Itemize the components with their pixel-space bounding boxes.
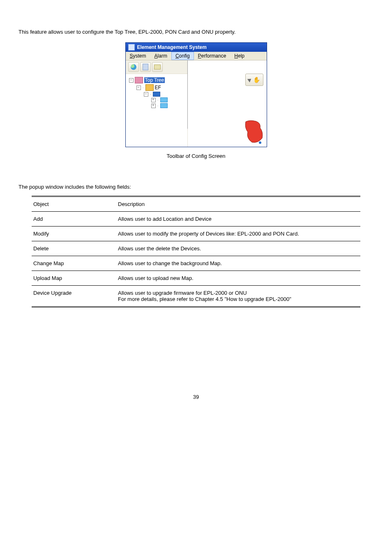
table-row: Modify Allows user to modify the propert… <box>32 227 360 241</box>
stack-icon <box>145 84 154 91</box>
col-header-object: Object <box>32 197 114 212</box>
expand-icon[interactable]: + <box>151 98 156 102</box>
row-label: Upload Map <box>32 271 114 286</box>
menu-system[interactable]: System <box>126 52 150 60</box>
tree-root-icon <box>135 77 143 83</box>
tree-node-sub1[interactable]: − · <box>129 91 186 97</box>
menu-alarm[interactable]: Alarm <box>150 52 171 60</box>
collapse-icon[interactable]: − <box>129 78 134 83</box>
table-header-row: Object Description <box>32 197 360 212</box>
expand-icon[interactable]: + <box>151 104 156 108</box>
map-icon <box>244 120 264 144</box>
map-pane: ✋ <box>188 60 267 147</box>
row-desc: Allows user to upload new Map. <box>114 271 360 286</box>
server-icon <box>143 64 148 70</box>
toolbar-globe-button[interactable] <box>128 62 139 72</box>
tree-connector: · <box>143 85 144 90</box>
row-desc: Allows user to modify the property of De… <box>114 227 360 241</box>
row-label: Modify <box>32 227 114 241</box>
globe-icon <box>131 64 136 70</box>
app-window: Element Management System System Alarm C… <box>125 42 267 147</box>
window-titlebar: Element Management System <box>126 43 267 52</box>
menu-config[interactable]: Config <box>171 52 194 60</box>
arrow-cursor-icon <box>247 77 252 83</box>
row-label: Delete <box>32 241 114 256</box>
device-icon <box>160 103 168 108</box>
row-label: Device Upgrade <box>32 286 114 307</box>
toolbar <box>126 60 187 74</box>
table-row: Delete Allows user the delete the Device… <box>32 241 360 256</box>
row-label: Change Map <box>32 256 114 271</box>
toolbar-server-button[interactable] <box>140 62 151 72</box>
table-row: Add Allows user to add Location and Devi… <box>32 212 360 227</box>
row-desc: Allows user to change the background Map… <box>114 256 360 271</box>
card-icon <box>154 65 161 69</box>
table-row: Upload Map Allows user to upload new Map… <box>32 271 360 286</box>
cursor-toggle[interactable]: ✋ <box>245 74 263 86</box>
left-panel: − Top Tree − · EF − · <box>126 60 188 147</box>
tree-node-sub3[interactable]: + · <box>129 103 186 109</box>
collapse-icon[interactable]: − <box>144 92 148 97</box>
menu-bar: System Alarm Config Performance Help <box>126 52 267 60</box>
tree-node-ef[interactable]: − · EF <box>129 84 186 91</box>
col-header-description: Description <box>114 197 360 212</box>
table-row: Change Map Allows user to change the bac… <box>32 256 360 271</box>
row-desc: Allows user to add Location and Device <box>114 212 360 227</box>
window-icon <box>128 44 135 51</box>
device-icon <box>153 92 160 97</box>
tree-view: − Top Tree − · EF − · <box>126 74 187 111</box>
device-icon <box>160 97 168 102</box>
menu-help[interactable]: Help <box>230 52 249 60</box>
collapse-icon[interactable]: − <box>136 86 141 90</box>
row-desc: Allows user to upgrade firmware for EPL-… <box>114 286 360 307</box>
window-title: Element Management System <box>137 44 207 50</box>
table-row: Device Upgrade Allows user to upgrade fi… <box>32 286 360 307</box>
fields-table: Object Description Add Allows user to ad… <box>32 196 360 308</box>
svg-point-0 <box>259 141 261 144</box>
screenshot: Element Management System System Alarm C… <box>125 42 267 147</box>
page-number: 39 <box>18 394 374 400</box>
tree-node-sub2[interactable]: + · <box>129 97 186 103</box>
row-label: Add <box>32 212 114 227</box>
row-desc: Allows user the delete the Devices. <box>114 241 360 256</box>
tree-root-label: Top Tree <box>144 77 165 83</box>
intro-text: This feature allows user to configure th… <box>18 29 374 35</box>
hand-cursor-icon: ✋ <box>253 76 260 83</box>
table-intro-text: The popup window includes the following … <box>18 184 374 190</box>
tree-root[interactable]: − Top Tree <box>129 76 186 84</box>
toolbar-card-button[interactable] <box>152 62 163 72</box>
menu-performance[interactable]: Performance <box>194 52 231 60</box>
screenshot-caption: Toolbar of Config Screen <box>18 153 374 159</box>
tree-node-label: EF <box>155 85 161 90</box>
